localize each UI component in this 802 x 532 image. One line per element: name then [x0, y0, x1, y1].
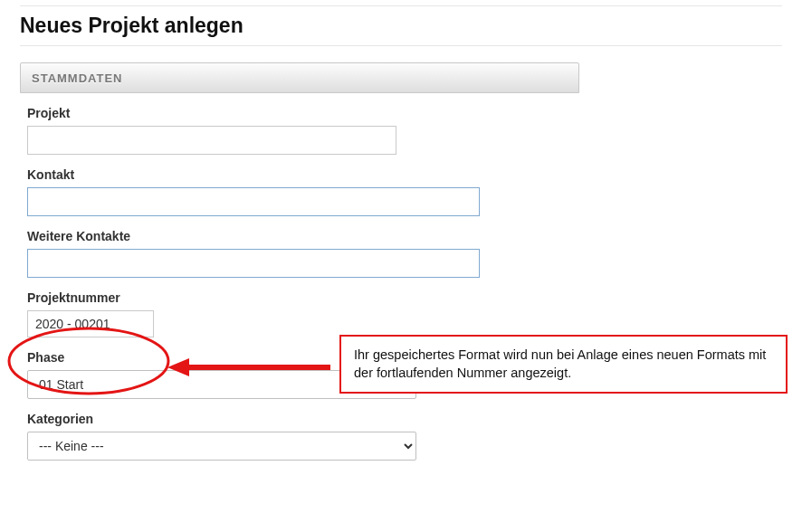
input-projekt[interactable]: [27, 126, 396, 155]
annotation-callout: Ihr gespeichertes Format wird nun bei An…: [339, 335, 788, 394]
label-projektnummer: Projektnummer: [27, 290, 572, 305]
form-stammdaten: STAMMDATEN Projekt Kontakt Weitere Konta…: [20, 62, 579, 461]
field-projekt: Projekt: [27, 106, 572, 155]
section-header-stammdaten: STAMMDATEN: [20, 62, 579, 93]
page-title: Neues Projekt anlegen: [20, 5, 782, 46]
field-kategorien: Kategorien --- Keine ---: [27, 412, 572, 461]
input-projektnummer[interactable]: [27, 310, 154, 337]
select-kategorien[interactable]: --- Keine ---: [27, 432, 416, 461]
label-projekt: Projekt: [27, 106, 572, 120]
field-kontakt: Kontakt: [27, 167, 572, 216]
input-weitere-kontakte[interactable]: [27, 249, 480, 278]
label-kontakt: Kontakt: [27, 167, 572, 182]
input-kontakt[interactable]: [27, 187, 480, 216]
label-weitere-kontakte: Weitere Kontakte: [27, 229, 572, 243]
field-projektnummer: Projektnummer: [27, 290, 572, 337]
label-kategorien: Kategorien: [27, 412, 572, 426]
field-weitere-kontakte: Weitere Kontakte: [27, 229, 572, 278]
